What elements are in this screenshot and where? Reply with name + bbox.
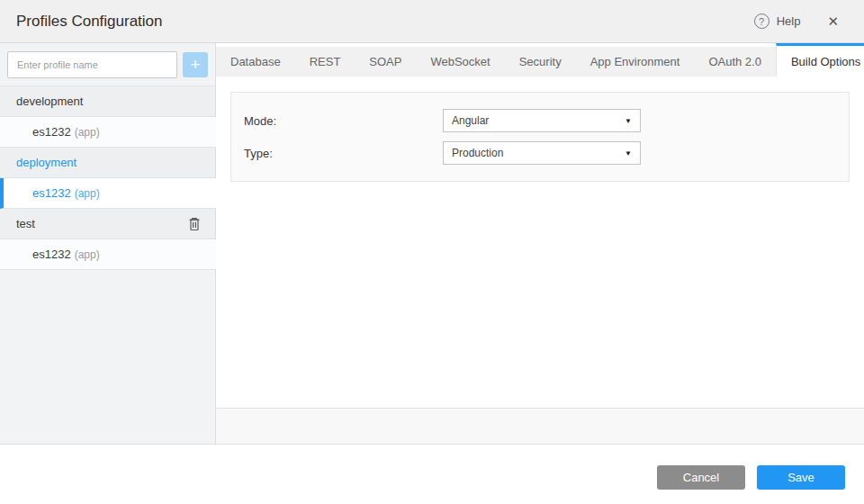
main-panel: Database REST SOAP WebSocket Security Ap… [216, 43, 864, 444]
chevron-down-icon: ▼ [625, 149, 632, 158]
dialog-header: Profiles Configuration ? Help ✕ [0, 0, 864, 43]
mode-selected-value: Angular [452, 114, 489, 127]
profile-group-test[interactable]: test [0, 209, 215, 239]
dialog-footer: Cancel Save [0, 444, 864, 504]
help-question-icon: ? [754, 14, 770, 29]
tab-bar: Database REST SOAP WebSocket Security Ap… [216, 43, 864, 76]
app-label: es1232 [32, 125, 71, 139]
profile-list: development es1232 (app) deployment es12… [0, 86, 215, 270]
profile-group-label: test [16, 217, 35, 230]
app-label: es1232 [32, 248, 71, 261]
app-label: es1232 [32, 186, 71, 200]
help-button[interactable]: ? Help [754, 14, 801, 29]
mode-label: Mode: [244, 114, 443, 128]
help-label: Help [777, 14, 801, 28]
tab-build-options[interactable]: Build Options [776, 43, 864, 76]
cancel-button[interactable]: Cancel [657, 465, 745, 490]
profiles-configuration-dialog: Profiles Configuration ? Help ✕ + develo… [0, 0, 864, 504]
app-suffix: (app) [75, 248, 100, 261]
profile-group-label: development [16, 94, 83, 108]
app-suffix: (app) [75, 126, 100, 139]
close-icon[interactable]: ✕ [824, 12, 842, 32]
profile-group-label: deployment [16, 156, 76, 169]
type-selected-value: Production [452, 147, 503, 159]
type-label: Type: [244, 147, 443, 160]
content-footer-strip [216, 408, 864, 444]
page-title: Profiles Configuration [0, 13, 754, 31]
save-button[interactable]: Save [757, 465, 845, 490]
add-profile-button[interactable]: + [183, 52, 208, 77]
chevron-down-icon: ▼ [625, 117, 632, 125]
tab-oauth20[interactable]: OAuth 2.0 [694, 47, 776, 76]
build-options-content: Mode: Angular ▼ Type: Production ▼ [216, 76, 864, 408]
tab-rest[interactable]: REST [295, 47, 356, 76]
profile-group-development[interactable]: development [0, 86, 215, 117]
type-select[interactable]: Production ▼ [443, 141, 641, 165]
tab-app-environment[interactable]: App Environment [576, 47, 695, 76]
app-suffix: (app) [75, 187, 100, 200]
delete-profile-icon[interactable] [188, 216, 202, 232]
profile-group-deployment[interactable]: deployment [0, 148, 215, 178]
profiles-sidebar: + development es1232 (app) deployment es… [0, 43, 216, 444]
profile-name-input[interactable] [7, 51, 177, 78]
build-options-form: Mode: Angular ▼ Type: Production ▼ [230, 92, 850, 182]
mode-select[interactable]: Angular ▼ [443, 109, 641, 132]
tab-websocket[interactable]: WebSocket [416, 47, 504, 76]
tab-database[interactable]: Database [216, 47, 295, 76]
tab-security[interactable]: Security [505, 47, 576, 76]
tab-soap[interactable]: SOAP [355, 47, 416, 76]
